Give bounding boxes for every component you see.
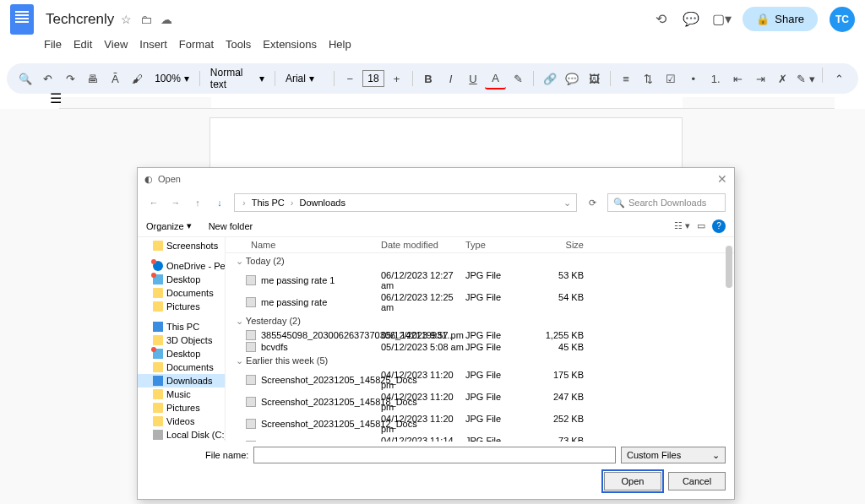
- underline-icon[interactable]: U: [463, 68, 484, 89]
- file-row[interactable]: me passing rate 106/12/2023 12:27 amJPG …: [226, 269, 734, 291]
- menu-extensions[interactable]: Extensions: [263, 38, 317, 60]
- tree-item[interactable]: Documents: [138, 360, 225, 374]
- cloud-icon[interactable]: ☁: [160, 13, 172, 26]
- menu-edit[interactable]: Edit: [73, 38, 92, 60]
- redo-icon[interactable]: ↷: [60, 68, 81, 89]
- search-input[interactable]: 🔍 Search Downloads: [607, 193, 726, 212]
- highlight-icon[interactable]: ✎: [508, 68, 529, 89]
- meet-icon[interactable]: ▢▾: [712, 10, 731, 29]
- align-icon[interactable]: ≡: [616, 68, 637, 89]
- collapse-icon[interactable]: ⌃: [828, 68, 850, 89]
- file-group-header[interactable]: Today (2): [226, 253, 734, 269]
- tree-item[interactable]: Downloads: [138, 374, 225, 387]
- menu-tools[interactable]: Tools: [226, 38, 251, 60]
- file-row[interactable]: me passing rate06/12/2023 12:25 amJPG Fi…: [226, 291, 734, 313]
- view-options-icon[interactable]: ☷ ▾: [674, 220, 690, 231]
- filename-input[interactable]: [253, 447, 616, 463]
- comments-icon[interactable]: 💬: [682, 10, 700, 29]
- preview-pane-icon[interactable]: ▭: [697, 220, 705, 231]
- search-icon[interactable]: 🔍: [15, 68, 36, 89]
- scrollbar-thumb[interactable]: [726, 246, 732, 288]
- comment-icon[interactable]: 💬: [562, 68, 583, 89]
- print-icon[interactable]: 🖶: [83, 68, 104, 89]
- style-select[interactable]: Normal text ▾: [205, 68, 269, 89]
- menu-file[interactable]: File: [44, 38, 62, 60]
- file-group-header[interactable]: Earlier this week (5): [226, 353, 734, 369]
- up-icon[interactable]: ↑: [190, 198, 205, 208]
- open-button[interactable]: Open: [604, 472, 661, 490]
- tree-item[interactable]: Pictures: [138, 300, 225, 313]
- tree-item[interactable]: Videos: [138, 415, 225, 428]
- share-button[interactable]: 🔒Share: [743, 7, 818, 31]
- menu-help[interactable]: Help: [329, 38, 351, 60]
- decrease-indent-icon[interactable]: ⇤: [727, 68, 748, 89]
- help-icon[interactable]: ?: [712, 219, 726, 233]
- docs-logo[interactable]: [10, 4, 34, 35]
- move-icon[interactable]: 🗀: [140, 13, 152, 26]
- line-spacing-icon[interactable]: ⇅: [638, 68, 659, 89]
- font-select[interactable]: Arial ▾: [280, 68, 329, 89]
- down-arrow-icon[interactable]: ↓: [212, 198, 227, 208]
- tree-item[interactable]: This PC: [138, 320, 225, 333]
- checklist-icon[interactable]: ☑: [661, 68, 682, 89]
- tree-item[interactable]: Desktop: [138, 273, 225, 286]
- refresh-icon[interactable]: ⟳: [584, 198, 601, 209]
- editing-mode-icon[interactable]: ✎ ▾: [795, 68, 817, 89]
- cancel-button[interactable]: Cancel: [668, 472, 726, 490]
- organize-button[interactable]: Organize ▾: [146, 220, 192, 231]
- menu-insert[interactable]: Insert: [139, 38, 167, 60]
- file-row[interactable]: 385545098_2030062637370306_142119931...0…: [226, 329, 734, 341]
- link-icon[interactable]: 🔗: [539, 68, 560, 89]
- file-icon: [246, 441, 256, 442]
- file-row[interactable]: bnmbnm04/12/2023 11:14 pmJPG File73 KB: [226, 435, 734, 442]
- back-icon[interactable]: ←: [146, 198, 161, 208]
- zoom-select[interactable]: 100% ▾: [150, 68, 194, 89]
- numbered-list-icon[interactable]: 1.: [705, 68, 726, 89]
- text-color-icon[interactable]: A: [485, 68, 506, 89]
- undo-icon[interactable]: ↶: [38, 68, 59, 89]
- close-icon[interactable]: ✕: [717, 172, 727, 186]
- tree-item[interactable]: OneDrive - Persor: [138, 259, 225, 273]
- history-icon[interactable]: ⟲: [651, 10, 670, 29]
- tree-item[interactable]: Local Disk (C:): [138, 428, 225, 442]
- tree-item[interactable]: Pictures: [138, 401, 225, 415]
- star-icon[interactable]: ☆: [121, 13, 132, 26]
- bold-icon[interactable]: B: [418, 68, 439, 89]
- paint-format-icon[interactable]: 🖌: [128, 68, 149, 89]
- column-size[interactable]: Size: [533, 240, 601, 250]
- tree-item[interactable]: Music: [138, 387, 225, 401]
- clear-format-icon[interactable]: ✗: [773, 68, 794, 89]
- column-name[interactable]: Name: [226, 240, 381, 250]
- folder-icon: [153, 349, 163, 359]
- menu-format[interactable]: Format: [179, 38, 214, 60]
- file-row[interactable]: Screenshot_20231205_145818_Docs04/12/202…: [226, 391, 734, 413]
- horizontal-ruler[interactable]: [59, 97, 835, 109]
- file-row[interactable]: bcvdfs05/12/2023 5:08 amJPG File45 KB: [226, 341, 734, 353]
- tree-item[interactable]: Documents: [138, 286, 225, 300]
- spellcheck-icon[interactable]: Ᾱ: [105, 68, 126, 89]
- new-folder-button[interactable]: New folder: [209, 221, 253, 231]
- menu-view[interactable]: View: [104, 38, 128, 60]
- file-type-filter[interactable]: Custom Files⌄: [621, 447, 726, 463]
- column-date[interactable]: Date modified: [381, 240, 465, 250]
- file-row[interactable]: Screenshot_20231205_145825_Docs04/12/202…: [226, 369, 734, 391]
- decrease-font-icon[interactable]: −: [340, 68, 361, 89]
- tree-item[interactable]: Desktop: [138, 347, 225, 360]
- file-group-header[interactable]: Yesterday (2): [226, 313, 734, 329]
- bullet-list-icon[interactable]: •: [683, 68, 704, 89]
- document-title[interactable]: Techcrenly: [46, 11, 114, 28]
- file-row[interactable]: Screenshot_20231205_145812_Docs04/12/202…: [226, 413, 734, 435]
- image-icon[interactable]: 🖼: [584, 68, 605, 89]
- path-bar[interactable]: ›This PC›Downloads ⌄: [234, 193, 577, 212]
- avatar[interactable]: TC: [830, 7, 855, 32]
- tree-item[interactable]: Screenshots: [138, 239, 225, 252]
- font-size-input[interactable]: 18: [362, 70, 385, 87]
- increase-indent-icon[interactable]: ⇥: [750, 68, 771, 89]
- column-type[interactable]: Type: [465, 240, 533, 250]
- increase-font-icon[interactable]: +: [386, 68, 407, 89]
- outline-icon[interactable]: ☰: [46, 88, 66, 108]
- tree-item[interactable]: 3D Objects: [138, 333, 225, 347]
- forward-icon[interactable]: →: [168, 198, 183, 208]
- vertical-ruler[interactable]: [0, 109, 27, 504]
- italic-icon[interactable]: I: [440, 68, 461, 89]
